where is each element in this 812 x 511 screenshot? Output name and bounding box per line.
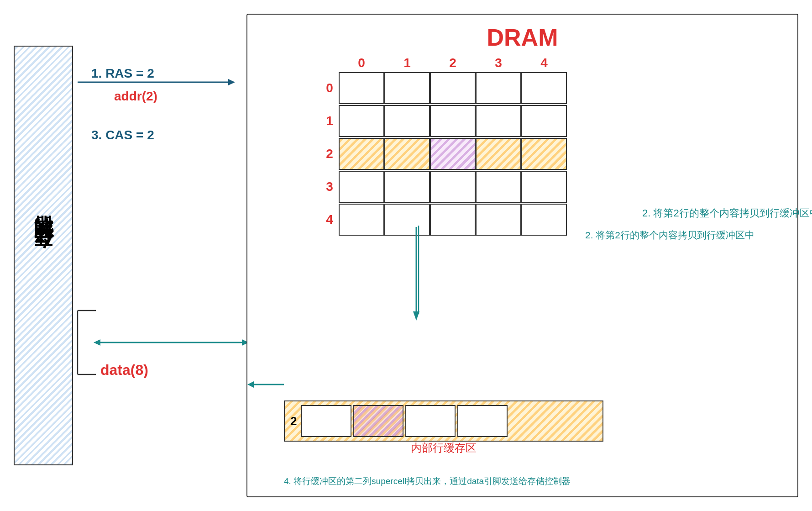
row-0-cells [339,72,567,104]
col-header-2: 2 [430,56,476,70]
row-header-4: 4 [320,212,339,227]
cell-0-2 [430,72,476,104]
grid-row-4: 4 [320,204,585,236]
svg-marker-11 [413,311,419,321]
cell-2-2 [430,138,476,170]
col-header-1: 1 [384,56,430,70]
buffer-cell-2 [405,405,456,437]
cell-1-4 [521,105,567,137]
label-data: data(8) [100,362,148,379]
main-container: 存储控制器 1. RAS = 2 addr(2) 3. CAS = 2 [0,0,812,511]
row-header-1: 1 [320,114,339,128]
cell-3-0 [339,171,384,203]
cell-1-2 [430,105,476,137]
cell-0-0 [339,72,384,104]
row-header-3: 3 [320,179,339,194]
cell-3-2 [430,171,476,203]
svg-marker-7 [94,339,100,346]
cell-0-1 [384,72,430,104]
label-ras: 1. RAS = 2 [91,66,154,81]
col-headers: 0 1 2 3 4 [339,56,585,70]
label-addr: addr(2) [114,89,157,104]
buffer-cell-1 [353,405,403,437]
cell-1-1 [384,105,430,137]
cell-3-4 [521,171,567,203]
cell-3-3 [476,171,521,203]
col-header-3: 3 [476,56,521,70]
cell-3-1 [384,171,430,203]
row-1-cells [339,105,567,137]
annotation-step2: 2. 将第2行的整个内容拷贝到行缓冲区中 [642,206,788,220]
row-2-cells [339,138,567,170]
row-header-2: 2 [320,147,339,161]
row-3-cells [339,171,567,203]
grid-container: 0 1 2 3 4 0 1 [320,56,585,237]
svg-marker-1 [228,79,235,85]
cell-4-0 [339,204,384,236]
grid-row-0: 0 [320,72,585,104]
buffer-cell-0 [301,405,351,437]
row-buffer-container: 2 内部行缓存区 [284,400,603,442]
grid-row-2: 2 [320,138,585,170]
cell-4-2 [430,204,476,236]
controller-label: 存储控制器 [31,247,56,265]
row-buffer-label: 内部行缓存区 [411,441,477,455]
middle-area: 1. RAS = 2 addr(2) 3. CAS = 2 data(8) [73,0,246,511]
cell-2-3 [476,138,521,170]
cell-2-1 [384,138,430,170]
grid-row-1: 1 [320,105,585,137]
cell-4-4 [521,204,567,236]
row-4-cells [339,204,567,236]
svg-marker-14 [247,381,254,388]
annotation-step4: 4. 将行缓冲区的第二列supercell拷贝出来，通过data引脚发送给存储控… [284,475,571,487]
cell-4-3 [476,204,521,236]
buffer-cell-3 [457,405,508,437]
grid-row-3: 3 [320,171,585,203]
col-header-0: 0 [339,56,384,70]
cell-2-4 [521,138,567,170]
cell-1-0 [339,105,384,137]
col-header-4: 4 [521,56,567,70]
cell-4-1 [384,204,430,236]
label-cas: 3. CAS = 2 [91,128,154,142]
controller-box: 存储控制器 [14,46,73,465]
buffer-number: 2 [290,414,297,428]
dram-box: DRAM 0 1 2 3 4 0 [246,14,798,497]
dram-title: DRAM [487,24,558,51]
row-header-0: 0 [320,81,339,95]
cell-2-0 [339,138,384,170]
svg-marker-9 [242,339,246,346]
cell-1-3 [476,105,521,137]
row-buffer-box: 2 内部行缓存区 [284,400,603,442]
cell-0-3 [476,72,521,104]
svg-text:2. 将第2行的整个内容拷贝到行缓冲区中: 2. 将第2行的整个内容拷贝到行缓冲区中 [585,230,754,240]
cell-0-4 [521,72,567,104]
